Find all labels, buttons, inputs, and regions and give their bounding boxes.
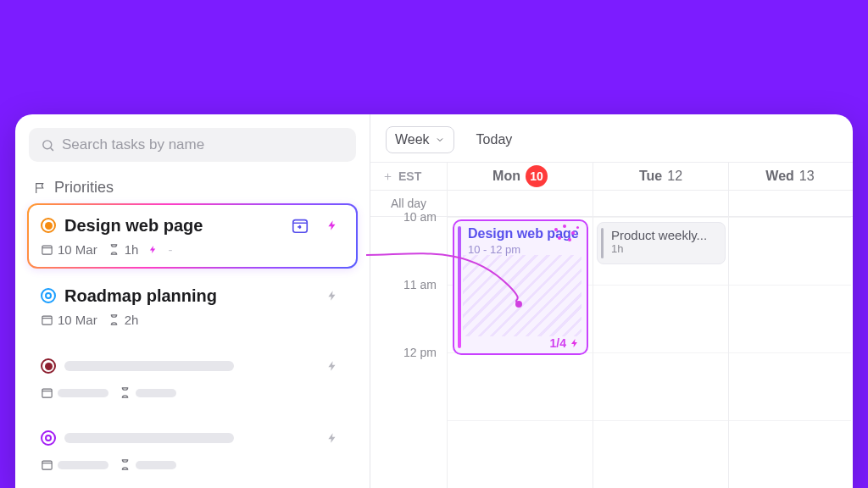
calendar-icon — [41, 243, 53, 256]
event-stripe — [458, 226, 461, 348]
event-time: 10 - 12 pm — [468, 243, 580, 256]
svg-point-0 — [43, 140, 52, 148]
calendar-grid[interactable]: 10 am 11 am 12 pm Design web page 10 - 1… — [370, 217, 853, 488]
status-icon — [41, 288, 56, 303]
task-title: Roadmap planning — [64, 286, 312, 306]
task-duration: 2h — [108, 313, 139, 327]
search-input[interactable]: Search tasks by name — [29, 128, 356, 162]
status-icon — [41, 218, 56, 233]
placeholder-line — [58, 461, 108, 469]
view-label: Week — [395, 132, 430, 147]
search-placeholder: Search tasks by name — [62, 136, 204, 153]
allday-cell[interactable] — [728, 191, 851, 216]
allday-row: All day — [370, 191, 853, 217]
task-date — [41, 458, 108, 471]
bolt-icon — [326, 287, 338, 304]
bolt-icon — [326, 217, 338, 234]
calendar-icon — [41, 458, 53, 471]
event-stripe — [601, 228, 604, 258]
flag-icon — [34, 181, 47, 195]
event-duration: 1h — [611, 242, 718, 255]
calendar-icon — [41, 386, 53, 399]
hourglass-icon — [108, 243, 120, 256]
day-column-wed[interactable] — [728, 217, 851, 488]
placeholder-line — [64, 361, 234, 371]
sparkle-icon — [553, 225, 581, 245]
task-date: 10 Mar — [41, 313, 97, 327]
event-product-weekly[interactable]: Product weekly... 1h — [597, 222, 726, 264]
task-item-roadmap[interactable]: Roadmap planning 10 Mar — [27, 274, 358, 339]
event-pattern — [463, 255, 581, 336]
calendar: Week Today EST Mon 10 Tue 12 — [370, 114, 853, 488]
svg-line-1 — [51, 147, 53, 150]
hourglass-icon — [119, 458, 131, 471]
placeholder-line — [58, 389, 108, 397]
view-selector[interactable]: Week — [386, 126, 454, 153]
priorities-label: Priorities — [54, 179, 114, 197]
app-window: Search tasks by name Priorities Design w… — [15, 114, 853, 488]
quick-action-button[interactable] — [320, 214, 344, 237]
time-column: 10 am 11 am 12 pm — [370, 217, 447, 488]
day-column-mon[interactable]: Design web page 10 - 12 pm 1/4 — [447, 217, 593, 488]
quick-action-button[interactable] — [320, 354, 344, 378]
search-icon — [41, 138, 55, 152]
day-header-wed[interactable]: Wed 13 — [728, 163, 851, 190]
allday-cell[interactable] — [447, 191, 593, 216]
task-list: Design web page — [15, 203, 370, 483]
task-item-design[interactable]: Design web page — [27, 203, 358, 269]
bolt-icon — [326, 358, 338, 374]
day-header-tue[interactable]: Tue 12 — [593, 163, 728, 190]
task-duration: 1h — [108, 242, 139, 257]
event-progress: 1/4 — [550, 336, 566, 350]
day-column-tue[interactable]: Product weekly... 1h — [593, 217, 728, 488]
time-label: 10 am — [403, 210, 437, 224]
task-duration — [119, 458, 176, 471]
time-label: 12 pm — [403, 346, 437, 359]
task-date: 10 Mar — [41, 242, 97, 257]
task-date — [41, 386, 108, 399]
calendar-icon — [41, 313, 53, 326]
bolt-icon — [570, 336, 580, 350]
event-title: Product weekly... — [611, 228, 718, 242]
schedule-button[interactable] — [288, 214, 312, 237]
placeholder-line — [64, 433, 234, 443]
svg-rect-5 — [42, 389, 52, 397]
priorities-header[interactable]: Priorities — [15, 170, 370, 203]
meta-dash: - — [168, 242, 172, 257]
task-item-placeholder[interactable] — [27, 344, 358, 411]
svg-rect-4 — [42, 316, 52, 324]
timezone-label: EST — [398, 169, 421, 183]
timezone-cell[interactable]: EST — [370, 169, 447, 183]
task-duration — [119, 386, 176, 399]
plus-icon — [382, 171, 393, 182]
placeholder-line — [136, 461, 176, 469]
day-header-mon[interactable]: Mon 10 — [447, 163, 593, 190]
today-button[interactable]: Today — [468, 127, 521, 152]
hourglass-icon — [108, 313, 120, 326]
sidebar: Search tasks by name Priorities Design w… — [15, 114, 370, 488]
svg-rect-6 — [42, 461, 52, 469]
today-badge: 10 — [526, 165, 548, 187]
status-icon — [41, 430, 56, 446]
quick-action-button[interactable] — [320, 284, 344, 308]
time-label: 11 am — [403, 278, 437, 291]
hourglass-icon — [119, 386, 131, 399]
chevron-down-icon — [435, 135, 445, 145]
placeholder-line — [136, 389, 176, 397]
bolt-icon — [326, 430, 338, 446]
quick-action-button[interactable] — [320, 426, 344, 450]
allday-cell[interactable] — [593, 191, 728, 216]
bolt-icon — [148, 243, 158, 256]
app-background: Search tasks by name Priorities Design w… — [0, 0, 868, 488]
status-icon — [41, 358, 56, 374]
task-title: Design web page — [64, 216, 280, 236]
calendar-header: EST Mon 10 Tue 12 Wed 13 — [370, 162, 853, 191]
calendar-move-icon — [291, 216, 309, 235]
event-footer: 1/4 — [550, 336, 580, 350]
event-design-web-page[interactable]: Design web page 10 - 12 pm 1/4 — [453, 219, 588, 355]
svg-rect-3 — [42, 246, 52, 254]
task-item-placeholder[interactable] — [27, 416, 358, 483]
